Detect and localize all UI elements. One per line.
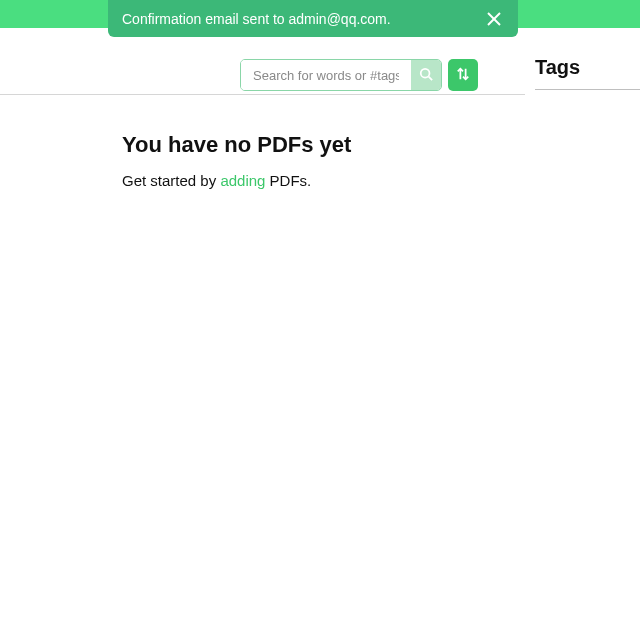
- empty-title: You have no PDFs yet: [122, 132, 351, 158]
- empty-sub-suffix: PDFs.: [265, 172, 311, 189]
- search-button[interactable]: [411, 60, 441, 90]
- svg-line-3: [429, 76, 433, 80]
- empty-state: You have no PDFs yet Get started by addi…: [122, 132, 351, 189]
- toast-message: Confirmation email sent to admin@qq.com.: [122, 11, 484, 27]
- svg-point-2: [421, 68, 430, 77]
- search-icon: [419, 67, 433, 84]
- toolbar-divider: [0, 94, 525, 95]
- confirmation-toast: Confirmation email sent to admin@qq.com.: [108, 0, 518, 37]
- tags-heading: Tags: [535, 56, 640, 89]
- sort-icon: [456, 67, 470, 84]
- search-field: [240, 59, 442, 91]
- empty-sub-prefix: Get started by: [122, 172, 220, 189]
- adding-link[interactable]: adding: [220, 172, 265, 189]
- search-input[interactable]: [241, 60, 411, 90]
- empty-subtitle: Get started by adding PDFs.: [122, 172, 351, 189]
- tags-divider: [535, 89, 640, 90]
- close-icon[interactable]: [484, 9, 504, 29]
- sort-button[interactable]: [448, 59, 478, 91]
- tags-panel: Tags: [535, 56, 640, 90]
